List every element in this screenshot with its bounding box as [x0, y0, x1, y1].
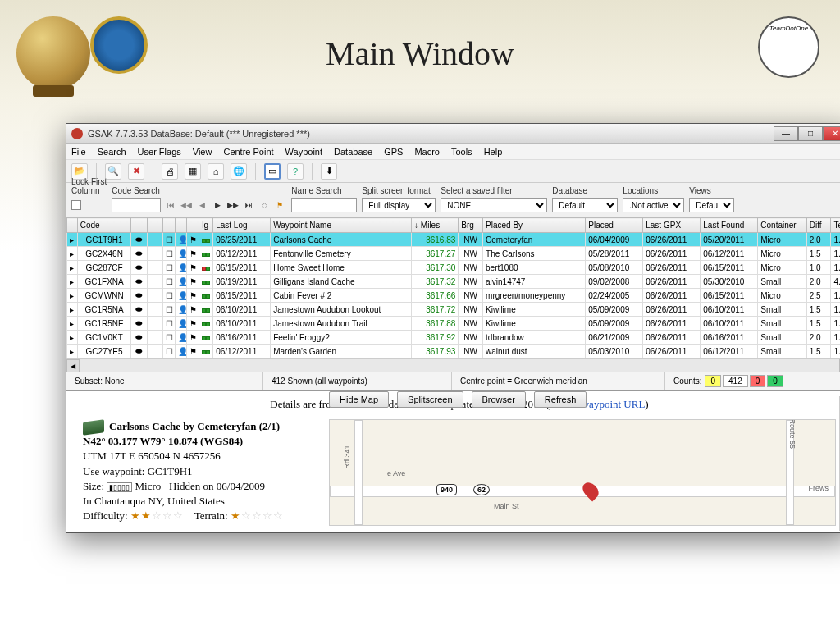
- calendar-icon[interactable]: ▭: [264, 163, 281, 180]
- slide-title: Main Window: [326, 34, 514, 73]
- statusbar: Subset: None 412 Shown (all waypoints) C…: [66, 372, 840, 390]
- nav-nextpage-button[interactable]: ▶▶: [226, 199, 240, 212]
- status-shown: 412 Shown (all waypoints): [263, 372, 452, 390]
- table-row[interactable]: ▸GC1T9H1⬬☐👤⚑06/25/2011Carlsons Cache3616…: [67, 233, 841, 247]
- nav-clear-button[interactable]: ◇: [258, 199, 271, 212]
- col-header[interactable]: Last GPX: [643, 218, 701, 233]
- col-header[interactable]: [131, 218, 147, 233]
- close-button[interactable]: ✕: [823, 126, 840, 141]
- col-header[interactable]: ↓ Miles: [412, 218, 459, 233]
- nav-next-button[interactable]: ▶: [211, 199, 224, 212]
- col-header[interactable]: Ter: [831, 218, 840, 233]
- database-select[interactable]: Default: [552, 198, 618, 212]
- menu-file[interactable]: File: [71, 147, 86, 157]
- scroll-left-button[interactable]: ◀: [66, 359, 80, 372]
- col-header[interactable]: [175, 218, 187, 233]
- menu-waypoint[interactable]: Waypoint: [285, 147, 322, 157]
- titlebar[interactable]: GSAK 7.7.3.53 DataBase: Default (*** Unr…: [66, 124, 840, 144]
- cache-utm: UTM 17T E 650504 N 4657256: [83, 449, 321, 463]
- menu-centre-point[interactable]: Centre Point: [223, 147, 273, 157]
- teamdotone-badge: [758, 16, 819, 78]
- split-screen-select[interactable]: Full display: [362, 198, 436, 212]
- col-header[interactable]: Placed By: [483, 218, 586, 233]
- nav-last-button[interactable]: ⏭: [242, 199, 255, 212]
- nav-prevpage-button[interactable]: ◀◀: [180, 199, 193, 212]
- globe-icon[interactable]: 🌐: [231, 163, 247, 180]
- col-header[interactable]: Placed: [586, 218, 643, 233]
- map-label-frews: Frews: [809, 484, 829, 492]
- nav-prev-button[interactable]: ◀: [195, 199, 208, 212]
- col-header[interactable]: Last Found: [701, 218, 758, 233]
- menu-tools[interactable]: Tools: [451, 147, 472, 157]
- app-icon: [71, 128, 83, 139]
- grid-icon[interactable]: ▦: [185, 163, 201, 180]
- table-row[interactable]: ▸GCMWNN⬬☐👤⚑06/15/2011Cabin Fever # 23617…: [67, 289, 841, 303]
- geowoodstock-badge: [90, 16, 148, 74]
- table-row[interactable]: ▸GC1R5NA⬬☐👤⚑06/10/2011Jamestown Audubon …: [67, 303, 841, 317]
- locations-label: Locations: [623, 186, 684, 195]
- waypoint-grid: CodelgLast LogWaypoint Name↓ MilesBrgPla…: [66, 217, 840, 372]
- menu-user-flags[interactable]: User Flags: [138, 147, 181, 157]
- col-header[interactable]: Waypoint Name: [271, 218, 412, 233]
- menu-macro[interactable]: Macro: [414, 147, 440, 157]
- counts-label: Counts:: [673, 377, 701, 386]
- col-header[interactable]: [162, 218, 175, 233]
- locations-select[interactable]: .Not active: [623, 198, 684, 212]
- export-icon[interactable]: ⬇: [321, 163, 337, 180]
- col-header[interactable]: [187, 218, 199, 233]
- home-icon[interactable]: ⌂: [208, 163, 224, 180]
- table-row[interactable]: ▸GC1V0KT⬬☐👤⚑06/16/2011Feelin' Froggy?361…: [67, 331, 841, 345]
- map-road-eave: e Ave: [387, 469, 405, 477]
- table-row[interactable]: ▸GC287CF⬬☐👤⚑06/15/2011Home Sweet Home361…: [67, 261, 841, 275]
- status-subset: Subset: None: [66, 372, 263, 390]
- horizontal-scrollbar[interactable]: ◀ ▶: [66, 358, 840, 372]
- menu-view[interactable]: View: [193, 147, 212, 157]
- maximize-button[interactable]: □: [798, 126, 823, 141]
- splitscreen-button[interactable]: Splitscreen: [397, 391, 463, 408]
- status-centre: Centre point = Greenwich meridian: [452, 372, 665, 390]
- col-header[interactable]: Container: [758, 218, 806, 233]
- table-row[interactable]: ▸GC1FXNA⬬☐👤⚑06/19/2011Gilligans Island C…: [67, 275, 841, 289]
- nav-first-button[interactable]: ⏮: [164, 199, 177, 212]
- hide-map-button[interactable]: Hide Map: [329, 391, 389, 408]
- views-select[interactable]: Default: [689, 198, 734, 212]
- titlebar-text: GSAK 7.7.3.53 DataBase: Default (*** Unr…: [88, 129, 774, 139]
- map-shield-940: 940: [436, 484, 457, 495]
- minimize-button[interactable]: —: [774, 126, 798, 141]
- col-header[interactable]: [67, 218, 78, 233]
- help-icon[interactable]: ?: [287, 163, 304, 180]
- col-header[interactable]: Last Log: [213, 218, 271, 233]
- col-header[interactable]: lg: [199, 218, 213, 233]
- map-route-55: g Route 55: [788, 419, 797, 449]
- name-search-input[interactable]: [291, 198, 357, 212]
- cache-title: Carlsons Cache by Cemeteryfan (2/1): [109, 420, 280, 432]
- views-label: Views: [689, 186, 734, 195]
- saved-filter-select[interactable]: NONE: [441, 198, 547, 212]
- code-search-input[interactable]: [112, 198, 161, 212]
- col-header[interactable]: Brg: [459, 218, 483, 233]
- browser-button[interactable]: Browser: [472, 391, 526, 408]
- table-row[interactable]: ▸GC1R5NE⬬☐👤⚑06/10/2011Jamestown Audubon …: [67, 317, 841, 331]
- col-header[interactable]: Code: [77, 218, 131, 233]
- table-row[interactable]: ▸GC2X46N⬬☐👤⚑06/12/2011Fentonville Cemete…: [67, 247, 841, 261]
- col-header[interactable]: Diff: [806, 218, 831, 233]
- menu-database[interactable]: Database: [334, 147, 372, 157]
- preview-icon[interactable]: 🔍: [105, 163, 121, 180]
- menu-gps[interactable]: GPS: [384, 147, 403, 157]
- refresh-button[interactable]: Refresh: [534, 391, 587, 408]
- map-panel[interactable]: Rd 341 e Ave Main St Frews g Route 55 94…: [329, 419, 836, 526]
- nav-flag-button[interactable]: ⚑: [273, 199, 286, 212]
- col-header[interactable]: [147, 218, 162, 233]
- table-row[interactable]: ▸GC27YE5⬬☐👤⚑06/12/2011Marden's Garden361…: [67, 345, 841, 358]
- cache-coordinates: N42° 03.177 W79° 10.874 (WGS84): [83, 434, 321, 449]
- lock-first-checkbox[interactable]: [71, 200, 81, 210]
- print-icon[interactable]: 🖨: [162, 163, 178, 180]
- count-box: 0: [767, 375, 783, 387]
- count-box: 412: [723, 375, 748, 387]
- menu-search[interactable]: Search: [98, 147, 126, 157]
- map-pin: [580, 480, 602, 502]
- saved-filter-label: Select a saved filter: [441, 186, 547, 195]
- menu-help[interactable]: Help: [484, 147, 503, 157]
- delete-icon[interactable]: ✖: [128, 163, 144, 180]
- split-screen-label: Split screen format: [362, 186, 436, 195]
